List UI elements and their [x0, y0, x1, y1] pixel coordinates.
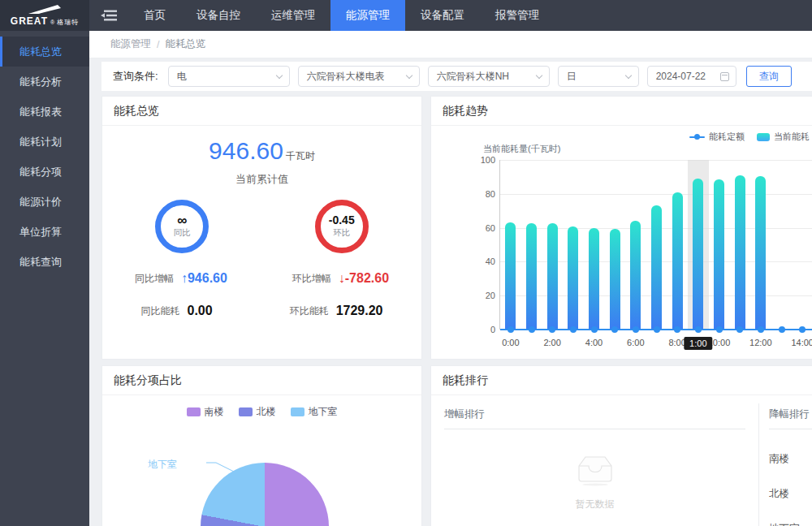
- sidebar-item-energy-plan[interactable]: 能耗计划: [0, 127, 89, 157]
- sidebar-item-energy-pricing[interactable]: 能源计价: [0, 187, 89, 217]
- sidebar: 能耗总览 能耗分析 能耗报表 能耗计划 能耗分项 能源计价 单位折算 能耗查询: [0, 31, 89, 526]
- breadcrumb-page: 能耗总览: [165, 37, 205, 51]
- quota-line-dot: [529, 326, 535, 333]
- query-panel: 查询条件: 电 六院骨科大楼电表 六院骨科大楼NH 日 2024-07-22 查…: [102, 62, 812, 91]
- sidebar-item-energy-overview[interactable]: 能耗总览: [0, 37, 89, 67]
- nav-item-energy-management[interactable]: 能源管理: [330, 0, 405, 31]
- nav-item-device-autocontrol[interactable]: 设备自控: [181, 0, 256, 31]
- energy-type-value: 电: [177, 71, 187, 82]
- trend-bar[interactable]: [672, 192, 683, 330]
- logo-swoosh-icon: [27, 5, 63, 15]
- up-arrow-icon: ↑: [181, 271, 188, 285]
- yoy-growth-label: 同比增幅: [135, 272, 174, 286]
- quota-line-dot: [611, 326, 618, 333]
- trend-bar[interactable]: [714, 179, 724, 330]
- energy-type-select[interactable]: 电: [168, 66, 290, 87]
- legend-quota-label: 能耗定额: [709, 131, 745, 143]
- yoy-ring-value: ∞: [177, 214, 187, 226]
- sidebar-item-energy-query[interactable]: 能耗查询: [0, 247, 89, 277]
- mom-growth-value: ↓-782.60: [339, 271, 389, 286]
- divider: [444, 429, 745, 429]
- sidebar-item-energy-report[interactable]: 能耗报表: [0, 97, 89, 127]
- nav-item-ops-management[interactable]: 运维管理: [256, 0, 330, 31]
- legend-item-quota[interactable]: 能耗定额: [689, 131, 745, 143]
- main-menu: 首页 设备自控 运维管理 能源管理 设备配置 报警管理: [128, 0, 555, 31]
- quota-line-dot: [799, 326, 806, 333]
- building-select[interactable]: 六院骨科大楼NH: [428, 66, 550, 87]
- mom-energy-label: 环比能耗: [290, 304, 329, 318]
- trend-bar[interactable]: [630, 221, 641, 330]
- yoy-energy-value: 0.00: [188, 304, 213, 318]
- trend-bar[interactable]: [568, 226, 578, 330]
- axis-tooltip: 1:00: [684, 337, 712, 350]
- trend-bar[interactable]: [589, 228, 599, 330]
- breadcrumb: 能源管理 / 能耗总览: [89, 31, 812, 58]
- y-tick-label: 80: [471, 189, 495, 199]
- chevron-down-icon: [624, 72, 631, 79]
- period-select[interactable]: 日: [558, 66, 639, 87]
- quota-line-dot: [591, 326, 598, 333]
- decrease-rank-header: 降幅排行: [769, 407, 812, 421]
- rank-item-basement[interactable]: 地下室: [759, 511, 812, 526]
- x-tick-label: 12:00: [745, 338, 777, 347]
- sidebar-item-energy-breakdown[interactable]: 能耗分项: [0, 157, 89, 187]
- rank-increase-section: 增幅排行 暂无数据: [431, 395, 758, 526]
- mom-energy-value: 1729.20: [336, 304, 383, 318]
- mom-growth-label: 环比增幅: [292, 272, 331, 286]
- breadcrumb-separator: /: [157, 39, 159, 50]
- meter-select[interactable]: 六院骨科大楼电表: [298, 66, 420, 87]
- trend-bar[interactable]: [735, 175, 745, 330]
- collapse-menu-icon: [100, 9, 118, 22]
- yoy-ring: ∞ 同比: [155, 200, 209, 253]
- trend-bar[interactable]: [755, 176, 766, 330]
- energy-rank-card: 能耗排行 增幅排行 暂无数据 降幅排行 南楼: [430, 365, 812, 526]
- trend-bar[interactable]: [547, 223, 558, 330]
- query-button[interactable]: 查询: [746, 66, 792, 87]
- bar-series-icon: [757, 133, 770, 141]
- quota-line-dot: [695, 326, 702, 333]
- x-tick-label: 14:00: [786, 338, 812, 347]
- gridline: [500, 160, 812, 161]
- date-picker[interactable]: 2024-07-22: [647, 66, 736, 87]
- trend-bar[interactable]: [693, 179, 703, 330]
- nav-item-home[interactable]: 首页: [128, 0, 181, 31]
- rank-item-north[interactable]: 北楼: [759, 476, 812, 511]
- sidebar-item-unit-conversion[interactable]: 单位折算: [0, 217, 89, 247]
- trend-chart[interactable]: 0204060801000:002:004:006:008:0010:0012:…: [499, 160, 812, 330]
- breadcrumb-section[interactable]: 能源管理: [110, 37, 151, 51]
- x-tick-label: 6:00: [620, 338, 652, 347]
- current-total-value: 946.60: [209, 137, 283, 164]
- empty-state: 暂无数据: [431, 454, 758, 511]
- rank-item-south[interactable]: 南楼: [759, 442, 812, 476]
- legend-item-current[interactable]: 当前能耗: [757, 131, 810, 143]
- rank-card-title: 能耗排行: [431, 366, 812, 395]
- trend-bar[interactable]: [505, 222, 516, 330]
- quota-line-dot: [570, 326, 577, 333]
- energy-trend-card: 能耗趋势 能耗定额 当前能耗 当前能耗量(千瓦时) 0204060801000:…: [430, 96, 812, 360]
- sidebar-item-energy-analysis[interactable]: 能耗分析: [0, 67, 89, 97]
- divider: [769, 429, 812, 429]
- quota-line-dot: [674, 326, 680, 333]
- content-area: 查询条件: 电 六院骨科大楼电表 六院骨科大楼NH 日 2024-07-22 查…: [89, 58, 812, 526]
- quota-line-dot: [716, 326, 723, 333]
- logo-brand-text: GREAT: [11, 15, 48, 27]
- yoy-energy-label: 同比能耗: [141, 304, 180, 318]
- nav-item-device-config[interactable]: 设备配置: [405, 0, 480, 31]
- trend-bar[interactable]: [651, 205, 662, 330]
- building-value: 六院骨科大楼NH: [437, 71, 509, 82]
- app-logo: GREAT® 格瑞特: [0, 0, 89, 31]
- x-tick-label: 4:00: [578, 338, 611, 347]
- mom-ring-value: -0.45: [329, 214, 355, 226]
- rank-decrease-section: 降幅排行 南楼 北楼 地下室: [759, 395, 812, 526]
- nav-item-alarm-management[interactable]: 报警管理: [480, 0, 555, 31]
- sidebar-collapse-button[interactable]: [89, 0, 128, 31]
- mom-ring-label: 环比: [333, 227, 350, 239]
- chevron-down-icon: [535, 72, 542, 79]
- overview-card-title: 能耗总览: [102, 97, 421, 126]
- meter-value: 六院骨科大楼电表: [307, 71, 385, 82]
- yoy-growth-value: ↑946.60: [181, 271, 227, 286]
- y-axis-title: 当前能耗量(千瓦时): [483, 143, 560, 155]
- trend-bar[interactable]: [526, 223, 537, 330]
- trend-bar[interactable]: [610, 229, 620, 330]
- empty-box-icon: [575, 454, 615, 486]
